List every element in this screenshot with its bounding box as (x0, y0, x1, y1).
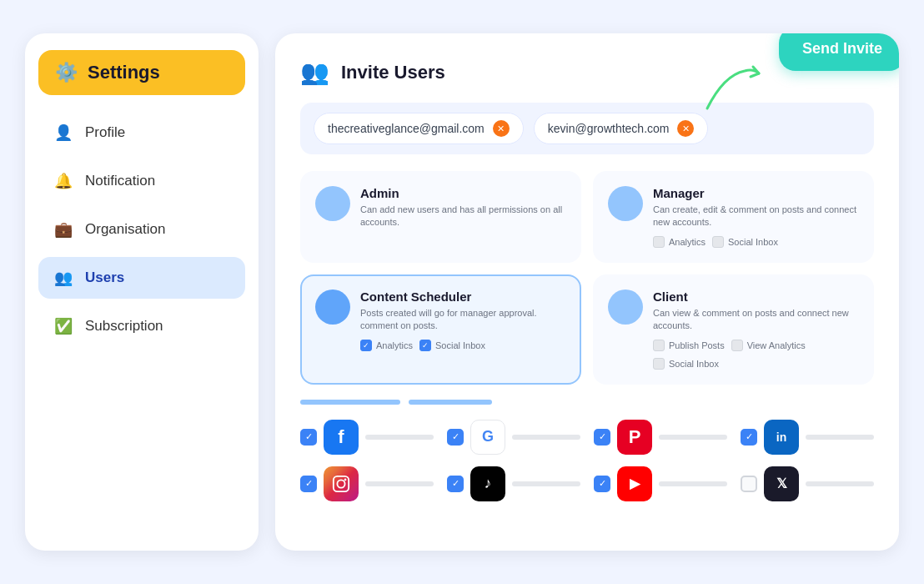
tiktok-bar (512, 481, 580, 486)
instagram-bar (365, 481, 434, 486)
role-name-admin: Admin (360, 186, 566, 200)
role-card-admin[interactable]: Admin Can add new users and has all perm… (300, 171, 581, 263)
badge-dot-publish (653, 340, 665, 351)
roles-grid: Admin Can add new users and has all perm… (300, 171, 874, 385)
facebook-check[interactable]: ✓ (300, 429, 317, 446)
badge-dot-socialinbox (712, 236, 724, 248)
role-badges-manager: Analytics Social Inbox (653, 236, 859, 248)
instagram-check[interactable]: ✓ (300, 476, 317, 492)
google-check[interactable]: ✓ (447, 429, 464, 446)
role-card-manager[interactable]: Manager Can create, edit & comment on po… (593, 171, 874, 263)
facebook-icon: f (324, 420, 359, 455)
email-tag-0[interactable]: thecreativeglance@gmail.com ✕ (314, 113, 524, 144)
badge-dot-socialinbox-cs: ✓ (419, 340, 431, 351)
role-desc-manager: Can create, edit & comment on posts and … (653, 204, 859, 229)
email-bar: thecreativeglance@gmail.com ✕ kevin@grow… (300, 103, 874, 154)
sidebar-item-label: Users (85, 269, 124, 286)
social-item-instagram[interactable]: ✓ (300, 466, 434, 501)
svg-point-2 (344, 478, 347, 481)
role-name-manager: Manager (653, 186, 859, 200)
badge-label-socialinbox-cs: Social Inbox (435, 340, 485, 350)
social-item-google[interactable]: ✓ G (447, 420, 580, 455)
sidebar: ⚙️ Settings 👤 Profile 🔔 Notification 💼 O… (25, 33, 259, 551)
role-content-admin: Admin Can add new users and has all perm… (360, 186, 566, 236)
sidebar-item-notification[interactable]: 🔔 Notification (38, 160, 245, 202)
badge-label-socialinbox-client: Social Inbox (669, 359, 719, 369)
sidebar-item-organisation[interactable]: 💼 Organisation (38, 209, 245, 250)
progress-section (300, 400, 874, 405)
twitter-check[interactable] (741, 476, 757, 492)
panel-title: Invite Users (341, 62, 445, 83)
facebook-bar (365, 435, 434, 440)
sidebar-item-label: Organisation (85, 221, 165, 238)
role-name-client: Client (653, 289, 859, 304)
role-desc-content-scheduler: Posts created will go for manager approv… (360, 307, 566, 333)
youtube-bar (659, 481, 727, 486)
pinterest-check[interactable]: ✓ (594, 429, 610, 446)
pinterest-bar (659, 435, 727, 440)
social-item-facebook[interactable]: ✓ f (300, 420, 434, 455)
badge-dot-analytics (653, 236, 665, 248)
role-content-client: Client Can view & comment on posts and c… (653, 289, 859, 370)
linkedin-check[interactable]: ✓ (741, 429, 757, 446)
svg-rect-0 (334, 476, 349, 491)
youtube-check[interactable]: ✓ (594, 476, 610, 492)
social-item-youtube[interactable]: ✓ ▶ (594, 466, 727, 501)
role-badges-client: Publish Posts View Analytics Social Inbo… (653, 340, 859, 370)
remove-email-1-button[interactable]: ✕ (677, 120, 694, 137)
role-desc-admin: Can add new users and has all permission… (360, 204, 566, 229)
progress-bar-2 (409, 400, 492, 405)
bell-icon: 🔔 (53, 172, 73, 190)
email-tag-1[interactable]: kevin@growthtech.com ✕ (534, 113, 709, 144)
youtube-icon: ▶ (617, 466, 652, 501)
social-section: ✓ f ✓ G ✓ P ✓ in (300, 420, 874, 501)
remove-email-0-button[interactable]: ✕ (493, 120, 510, 137)
social-item-linkedin[interactable]: ✓ in (741, 420, 874, 455)
badge-label-publish: Publish Posts (669, 340, 725, 350)
role-card-client[interactable]: Client Can view & comment on posts and c… (593, 274, 874, 385)
role-content-scheduler: Content Scheduler Posts created will go … (360, 289, 566, 351)
twitter-bar (806, 481, 874, 486)
svg-point-1 (337, 480, 344, 487)
tiktok-icon: ♪ (470, 466, 505, 501)
linkedin-bar (806, 435, 874, 440)
sidebar-item-label: Profile (85, 124, 125, 141)
badge-label-socialinbox: Social Inbox (728, 237, 778, 247)
badge-label-analytics-cs: Analytics (376, 340, 413, 350)
instagram-icon (324, 466, 359, 501)
sidebar-title: Settings (88, 62, 160, 83)
role-avatar-client (608, 289, 643, 325)
users-icon: 👥 (53, 269, 73, 287)
main-panel: Send Invite 👥 Invite Users thecreativegl… (275, 33, 899, 551)
check-circle-icon: ✅ (53, 317, 73, 335)
social-item-tiktok[interactable]: ✓ ♪ (447, 466, 580, 501)
sidebar-item-subscription[interactable]: ✅ Subscription (38, 305, 245, 347)
sidebar-item-label: Subscription (85, 318, 163, 335)
twitter-icon: 𝕏 (764, 466, 799, 501)
progress-bar-1 (300, 400, 400, 405)
badge-dot-socialinbox-client (653, 358, 665, 370)
tiktok-check[interactable]: ✓ (447, 476, 464, 492)
send-invite-button[interactable]: Send Invite (779, 33, 899, 71)
social-row-2: ✓ ✓ ♪ ✓ ▶ (300, 466, 874, 501)
email-value-0: thecreativeglance@gmail.com (328, 122, 485, 135)
role-card-content-scheduler[interactable]: Content Scheduler Posts created will go … (300, 274, 581, 385)
sidebar-header: ⚙️ Settings (38, 50, 245, 95)
social-row-1: ✓ f ✓ G ✓ P ✓ in (300, 420, 874, 455)
role-content-manager: Manager Can create, edit & comment on po… (653, 186, 859, 248)
badge-analytics-manager: Analytics (653, 236, 706, 248)
sidebar-item-profile[interactable]: 👤 Profile (38, 112, 245, 154)
badge-label-analytics: Analytics (669, 237, 706, 247)
email-value-1: kevin@growthtech.com (548, 122, 670, 135)
role-avatar-admin (315, 186, 350, 221)
social-item-pinterest[interactable]: ✓ P (594, 420, 727, 455)
badge-viewanalytics-client: View Analytics (731, 340, 806, 351)
badge-publish-client: Publish Posts (653, 340, 725, 351)
role-desc-client: Can view & comment on posts and connect … (653, 307, 859, 333)
google-icon: G (470, 420, 505, 455)
sidebar-item-users[interactable]: 👥 Users (38, 257, 245, 299)
badge-socialinbox-client: Social Inbox (653, 358, 719, 370)
pinterest-icon: P (617, 420, 652, 455)
badge-analytics-cs: ✓ Analytics (360, 340, 413, 351)
social-item-twitter[interactable]: 𝕏 (741, 466, 874, 501)
